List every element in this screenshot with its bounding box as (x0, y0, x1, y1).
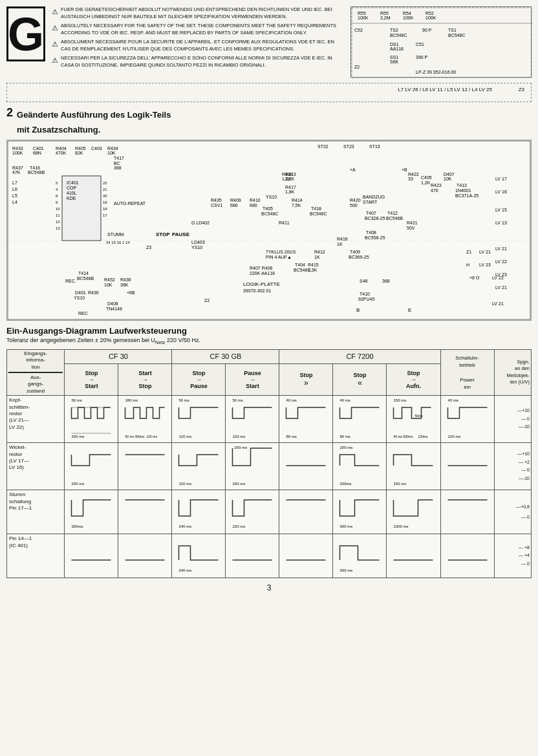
ks-spgn: —+10 — 0 —-10 (494, 396, 531, 443)
wm-spgn: —+10 — +2 — 0 —-10 (494, 443, 531, 490)
svg-text:LV 22: LV 22 (492, 275, 504, 280)
svg-text:R433: R433 (12, 146, 23, 151)
svg-text:50ms: 50ms (415, 414, 424, 418)
svg-text:40 ms: 40 ms (340, 398, 350, 402)
ks-col8: 40 ms 120 ms (440, 396, 494, 443)
svg-text:T404: T404 (295, 263, 305, 267)
diagram-subtitle: Toleranz der angegebenen Zeiten ± 20% ge… (6, 337, 532, 345)
svg-text:AA118: AA118 (390, 47, 404, 51)
svg-text:470K: 470K (56, 151, 67, 155)
p14-col5 (279, 534, 333, 578)
svg-text:BANDZUG: BANDZUG (363, 195, 385, 199)
ks-col3: 50 ms 120 ms (172, 396, 226, 443)
wm-col7: 150 ms (387, 443, 440, 490)
svg-text:BC328-25: BC328-25 (365, 216, 385, 221)
svg-text:LV 21: LV 21 (479, 250, 491, 254)
svg-text:ST23: ST23 (343, 144, 354, 149)
svg-text:368: 368 (114, 166, 122, 170)
svg-text:D407: D407 (444, 172, 455, 177)
svg-text:+8 O: +8 O (469, 275, 480, 280)
svg-text:LV 16: LV 16 (495, 189, 507, 194)
st-col1: 300ms (65, 490, 118, 534)
svg-text:SS1: SS1 (390, 55, 398, 59)
warning-3: ⚠ ABSOLUMENT NECESSAIRE POUR LA SECURITE… (52, 39, 344, 52)
svg-text:R414: R414 (292, 198, 303, 202)
svg-text:11: 11 (56, 213, 60, 217)
svg-text:R434: R434 (107, 146, 118, 151)
warning-icon-3: ⚠ (52, 39, 58, 49)
svg-text:40 ms: 40 ms (286, 398, 297, 402)
svg-text:T414: T414 (78, 271, 89, 275)
svg-text:AUTO-REPEAT: AUTO-REPEAT (114, 201, 146, 206)
svg-text:R404: R404 (56, 146, 67, 151)
svg-text:R435: R435 (211, 198, 222, 202)
svg-text:10K: 10K (104, 283, 113, 287)
svg-text:50 ms: 50 ms (233, 398, 243, 402)
wm-col6: 200 ms 200ms (333, 443, 387, 490)
svg-text:BC: BC (114, 161, 120, 166)
p14-col4 (226, 534, 279, 578)
svg-text:200 ms: 200 ms (233, 482, 246, 486)
svg-text:G LD402: G LD402 (191, 221, 210, 225)
p14-col3: 240 ms (172, 534, 226, 578)
svg-rect-23 (352, 8, 532, 78)
svg-text:120ms: 120ms (418, 435, 429, 438)
svg-text:150 ms: 150 ms (394, 482, 407, 486)
svg-text:LV 22: LV 22 (495, 259, 507, 264)
ks-col2: 180 ms 50 ms 400ms 120 ms (118, 396, 172, 443)
svg-text:22: 22 (103, 181, 107, 185)
svg-text:CSV1: CSV1 (211, 203, 222, 208)
svg-text:R423: R423 (431, 183, 442, 188)
svg-text:36K: 36K (120, 283, 129, 287)
section-title-2: mit Zusatzschaltung. (17, 125, 171, 135)
main-schematic-svg: R433 100K C401 68N R404 470K R405 82K C4… (7, 140, 531, 320)
wm-col5 (279, 443, 333, 490)
warning-icon-1: ⚠ (52, 7, 58, 17)
svg-text:R410: R410 (250, 198, 261, 202)
svg-text:17: 17 (103, 213, 107, 217)
svg-text:50 ms: 50 ms (72, 398, 82, 402)
col-stop-pause: Stop → Pause (172, 364, 226, 396)
svg-text:C52: C52 (354, 28, 363, 32)
svg-text:1N4001: 1N4001 (455, 188, 471, 193)
svg-text:680: 680 (250, 203, 257, 208)
cf30-header: CF 30 (65, 349, 172, 363)
svg-text:T410: T410 (360, 292, 370, 296)
schaltuhr-header: Schaltuhr-betriebPowerein (440, 349, 494, 395)
section-title-1: Geänderte Ausführung des Logik-Teils (17, 110, 171, 120)
svg-text:Z3: Z3 (146, 245, 151, 250)
svg-text:92PU45: 92PU45 (358, 297, 374, 301)
svg-text:DS1: DS1 (390, 42, 399, 47)
svg-text:10K: 10K (444, 177, 452, 181)
svg-text:120 ms: 120 ms (179, 482, 192, 486)
svg-text:150 ms: 150 ms (394, 398, 407, 402)
svg-text:T405: T405 (263, 206, 273, 211)
row-kopfschlitten: Kopf-schlitten-motor(LV 21—LV 22) 50 ms … (7, 396, 532, 443)
st-spgn: —+0.8 — 0 (494, 490, 531, 534)
kopfschlitten-label: Kopf-schlitten-motor(LV 21—LV 22) (7, 396, 65, 443)
timing-diagram-table: Eingangs- informa- tion Aus- gangs- zust… (6, 349, 532, 578)
svg-text:L7: L7 (12, 180, 17, 185)
svg-text:R430: R430 (88, 290, 99, 295)
svg-text:L5: L5 (12, 193, 17, 198)
svg-text:2300 ms: 2300 ms (394, 524, 409, 528)
svg-text:C51: C51 (416, 42, 424, 47)
warning-text-1: FUER DIE GERAETESICHERHEIT ABSOLUT NOTWE… (61, 6, 344, 20)
svg-text:R409: R409 (230, 198, 241, 202)
svg-text:BC548C: BC548C (294, 268, 310, 272)
wm-col8 (440, 443, 494, 490)
svg-text:LV 21: LV 21 (492, 301, 504, 306)
svg-text:2,2M: 2,2M (380, 16, 391, 20)
page-number: 3 (6, 583, 532, 598)
svg-text:10: 10 (56, 207, 60, 211)
svg-text:82K: 82K (75, 151, 83, 155)
cf-header-row: Eingangs- informa- tion Aus- gangs- zust… (7, 349, 532, 363)
svg-text:1K: 1K (337, 242, 343, 246)
pin14-label: Pin 14—1(IC 401) (7, 534, 65, 578)
svg-text:BC548B: BC548B (77, 276, 94, 281)
svg-text:+8B: +8B (127, 290, 135, 295)
col-start-stop: Start → Stop (118, 364, 172, 396)
svg-text:240 ms: 240 ms (179, 568, 192, 572)
header-section: G ⚠ FUER DIE GERAETESICHERHEIT ABSOLUT N… (6, 6, 532, 78)
svg-text:33: 33 (408, 177, 413, 181)
